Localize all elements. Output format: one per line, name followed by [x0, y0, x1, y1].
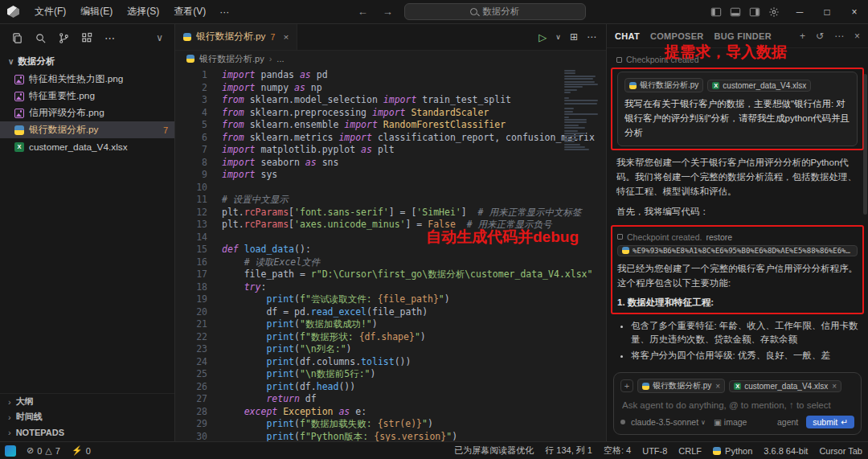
code-text: import sys [222, 169, 277, 182]
problems-indicator[interactable]: ⊘0 △7 [21, 445, 66, 456]
status-indentation[interactable]: 空格: 4 [598, 445, 637, 457]
chat-panel: CHAT COMPOSER BUG FINDER + ↺ ⋯ × Checkpo… [606, 24, 868, 441]
chat-input-field[interactable] [620, 400, 854, 411]
generated-file-chip[interactable]: %E9%93%B6%E8%A1%8C%E6%95%B0%E6%8D%AE%E5%… [617, 245, 858, 256]
breadcrumb[interactable]: 银行数据分析.py › ... [175, 51, 606, 67]
status-cursor-position[interactable]: 行 134, 列 1 [539, 445, 598, 457]
activity-more-icon[interactable]: ⋯ [104, 32, 115, 44]
ports-indicator[interactable]: ⚡0 [66, 445, 96, 456]
nav-forward-button[interactable]: → [379, 6, 396, 18]
section-label: NOTEPADS [16, 428, 64, 437]
code-text: print(f"数据加载失败: {str(e)}") [222, 418, 433, 431]
tab-close-icon[interactable]: × [283, 31, 289, 43]
sidebar-section[interactable]: ›时间线 [0, 409, 174, 424]
command-center-search[interactable]: 数据分析 [404, 3, 586, 20]
run-python-button[interactable]: ▷ [538, 31, 547, 43]
chevron-down-icon[interactable]: ∨ [156, 32, 163, 43]
tab-problems-badge: 7 [271, 32, 276, 42]
chevron-down-icon: ∨ [8, 57, 14, 66]
context-chip[interactable]: customer_data_V4.xlsx [707, 80, 811, 92]
minimize-button[interactable]: ─ [786, 0, 813, 23]
chip-close-icon[interactable]: × [715, 382, 720, 391]
checkpoint-label: Checkpoint created. [627, 232, 702, 242]
line-number: 23 [175, 343, 207, 356]
minimap-line [564, 89, 577, 91]
status-cursor-tab[interactable]: Cursor Tab [813, 446, 868, 456]
file-row[interactable]: 特征重要性.png [0, 88, 174, 105]
tab-bug-finder[interactable]: BUG FINDER [714, 31, 772, 41]
tab-composer[interactable]: COMPOSER [650, 31, 704, 41]
minimap-line [564, 76, 596, 77]
menu-item[interactable]: 查看(V) [166, 5, 213, 18]
restore-button[interactable]: restore [706, 232, 732, 242]
chip-close-icon[interactable]: × [832, 382, 837, 391]
add-context-button[interactable]: + [620, 379, 633, 392]
search-sidebar-icon[interactable] [35, 32, 47, 44]
minimap-line [564, 97, 569, 99]
run-dropdown-icon[interactable]: ∨ [555, 33, 561, 41]
menu-overflow-button[interactable]: ··· [213, 6, 235, 18]
line-number: 7 [175, 144, 207, 157]
status-encoding[interactable]: UTF-8 [637, 446, 673, 456]
context-chip[interactable]: 银行数据分析.py [624, 78, 703, 92]
code-text: print("数据加载成功!") [222, 318, 378, 331]
python-file-icon [186, 55, 194, 63]
remote-icon [5, 445, 16, 457]
menu-item[interactable]: 文件(F) [27, 5, 73, 18]
checkpoint-icon [616, 57, 622, 63]
maximize-button[interactable]: □ [813, 0, 841, 23]
code-line: 3from sklearn.model_selection import tra… [175, 94, 606, 107]
file-row[interactable]: customer_data_V4.xlsx [0, 138, 174, 155]
excel-file-icon [712, 82, 719, 89]
menu-item[interactable]: 编辑(E) [73, 5, 120, 18]
python-file-icon [622, 247, 629, 254]
code-text: plt.rcParams['font.sans-serif'] = ['SimH… [222, 207, 581, 219]
tab-chat[interactable]: CHAT [615, 31, 640, 41]
extensions-icon[interactable] [81, 32, 93, 44]
file-row[interactable]: 银行数据分析.py7 [0, 121, 174, 138]
submit-button[interactable]: submit↵ [806, 416, 854, 428]
code-editor[interactable]: 1import pandas as pd2import numpy as np3… [175, 67, 606, 441]
chat-close-icon[interactable]: × [854, 31, 860, 42]
explorer-icon[interactable] [11, 32, 23, 44]
remote-indicator[interactable] [0, 442, 21, 459]
status-language-mode[interactable]: Python [707, 446, 758, 456]
menu-item[interactable]: 选择(S) [120, 5, 166, 18]
agent-mode-toggle[interactable]: agent [777, 417, 798, 427]
toggle-secondary-sidebar-icon[interactable] [749, 6, 760, 18]
minimap[interactable] [563, 70, 601, 152]
python-file-icon [713, 447, 721, 455]
history-icon[interactable]: ↺ [816, 31, 824, 42]
chat-scrollbar[interactable] [863, 74, 867, 215]
nav-back-button[interactable]: ← [354, 6, 371, 18]
attach-image-button[interactable]: ▣ image [714, 417, 747, 427]
status-screen-reader-mode[interactable]: 已为屏幕阅读器优化 [448, 445, 539, 457]
message-context-chips: 银行数据分析.pycustomer_data_V4.xlsx [624, 78, 850, 92]
code-text: import pandas as pd [222, 69, 328, 82]
chat-more-icon[interactable]: ⋯ [834, 31, 844, 42]
line-number: 9 [175, 169, 207, 182]
toggle-panel-icon[interactable] [730, 6, 741, 18]
chat-messages[interactable]: Checkpoint created 银行数据分析.pycustomer_dat… [607, 48, 868, 369]
context-chip[interactable]: customer_data_V4.xlsx× [729, 380, 841, 392]
settings-gear-icon[interactable] [768, 6, 780, 18]
editor-more-icon[interactable]: ⋯ [587, 31, 596, 43]
sidebar-section[interactable]: ›大纲 [0, 394, 174, 409]
editor-tab[interactable]: 银行数据分析.py 7 × [175, 24, 297, 50]
chevron-right-icon: › [8, 412, 11, 422]
chat-input-box[interactable]: + 银行数据分析.py×customer_data_V4.xlsx× claud… [613, 372, 862, 435]
file-row[interactable]: 信用评级分布.png [0, 105, 174, 121]
status-eol[interactable]: CRLF [673, 446, 707, 456]
model-selector[interactable]: claude-3.5-sonnet ∨ [620, 417, 706, 427]
minimap-line [564, 141, 575, 142]
toggle-sidebar-icon[interactable] [710, 6, 722, 18]
new-chat-icon[interactable]: + [800, 31, 805, 42]
sidebar-section[interactable]: ›NOTEPADS [0, 424, 174, 440]
status-python-version[interactable]: 3.6.8 64-bit [758, 446, 813, 456]
context-chip[interactable]: 银行数据分析.py× [637, 379, 725, 393]
split-editor-icon[interactable]: ⊞ [570, 31, 578, 43]
source-control-icon[interactable] [58, 32, 70, 44]
close-button[interactable]: × [841, 0, 868, 23]
file-row[interactable]: 特征相关性热力图.png [0, 71, 174, 88]
explorer-section-header[interactable]: ∨ 数据分析 [0, 51, 174, 71]
